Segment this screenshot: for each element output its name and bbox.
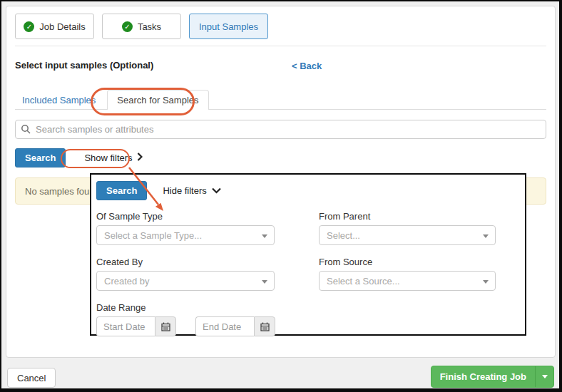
- step-tasks[interactable]: ✓ Tasks: [102, 14, 181, 39]
- chevron-down-icon: [212, 185, 221, 196]
- from-parent-label: From Parent: [319, 211, 496, 222]
- check-icon: ✓: [122, 21, 133, 32]
- calendar-icon[interactable]: [254, 316, 275, 336]
- hide-filters-link[interactable]: Hide filters: [163, 185, 220, 196]
- end-date-input[interactable]: [195, 316, 254, 336]
- show-filters-link[interactable]: Show filters: [84, 153, 142, 163]
- sample-type-placeholder: Select a Sample Type...: [104, 230, 202, 241]
- caret-down-icon: [542, 375, 548, 378]
- from-source-select[interactable]: Select a Source...: [319, 271, 496, 291]
- step-label: Job Details: [39, 21, 85, 32]
- wizard-steps: ✓ Job Details ✓ Tasks Input Samples: [15, 14, 546, 39]
- date-range-label: Date Range: [96, 302, 275, 313]
- created-by-select[interactable]: Created by: [96, 271, 275, 291]
- from-parent-select[interactable]: Select...: [319, 225, 496, 245]
- created-by-placeholder: Created by: [104, 276, 150, 287]
- start-date-input[interactable]: [96, 316, 155, 336]
- step-job-details[interactable]: ✓ Job Details: [15, 14, 94, 39]
- sample-type-label: Of Sample Type: [96, 211, 275, 222]
- tab-search-for-samples[interactable]: Search for Samples: [107, 90, 208, 110]
- samples-tabbar: Included Samples Search for Samples: [15, 90, 546, 110]
- created-by-label: Created By: [96, 257, 275, 267]
- hide-filters-label: Hide filters: [163, 185, 206, 196]
- sample-type-select[interactable]: Select a Sample Type...: [96, 225, 275, 245]
- back-link[interactable]: < Back: [292, 61, 322, 71]
- cancel-button[interactable]: Cancel: [7, 368, 56, 388]
- from-source-placeholder: Select a Source...: [327, 276, 400, 287]
- chevron-right-icon: [137, 153, 143, 163]
- steps-divider: [15, 46, 546, 46]
- panel-search-button[interactable]: Search: [96, 181, 147, 200]
- step-input-samples[interactable]: Input Samples: [189, 14, 268, 39]
- from-source-label: From Source: [319, 257, 496, 267]
- check-icon: ✓: [24, 21, 34, 32]
- caret-down-icon: [483, 234, 489, 238]
- from-parent-placeholder: Select...: [327, 230, 360, 241]
- search-button[interactable]: Search: [15, 148, 66, 167]
- caret-down-icon: [262, 234, 267, 238]
- search-icon: [21, 124, 31, 136]
- step-label: Tasks: [138, 21, 161, 32]
- step-label: Input Samples: [199, 21, 258, 32]
- finish-creating-job-button[interactable]: Finish Creating Job: [431, 366, 554, 388]
- filters-panel: Search Hide filters Of Sample Type Selec…: [90, 173, 526, 336]
- sample-search-input[interactable]: [15, 120, 546, 139]
- finish-dropdown-toggle[interactable]: [535, 366, 553, 387]
- calendar-icon[interactable]: [155, 316, 176, 336]
- show-filters-label: Show filters: [84, 153, 132, 163]
- tab-included-samples[interactable]: Included Samples: [15, 91, 103, 110]
- caret-down-icon: [483, 280, 489, 284]
- caret-down-icon: [262, 280, 267, 284]
- finish-button-label[interactable]: Finish Creating Job: [431, 366, 535, 387]
- page-title: Select input samples (Optional): [15, 60, 153, 71]
- alert-message: No samples found: [25, 186, 100, 197]
